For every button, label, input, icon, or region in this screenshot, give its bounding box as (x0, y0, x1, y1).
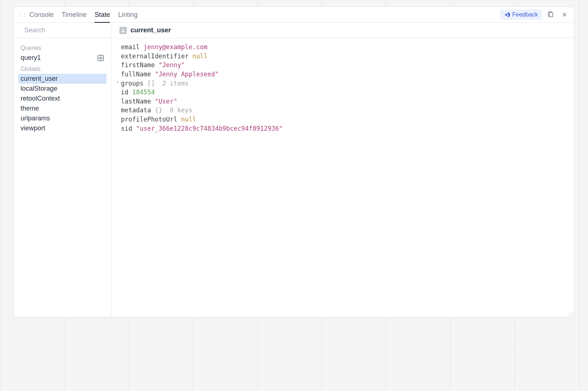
sidebar-item-label: viewport (21, 124, 45, 132)
feedback-button[interactable]: Feedback (500, 10, 542, 20)
tab-linting[interactable]: Linting (118, 7, 137, 22)
search-row (14, 23, 111, 38)
tab-state[interactable]: State (94, 7, 110, 22)
sidebar-item-theme[interactable]: theme (18, 104, 107, 113)
property-row[interactable]: id 184554 (121, 88, 564, 97)
property-row[interactable]: fullName "Jenny Appleseed" (121, 70, 564, 79)
sidebar-item-urlparams[interactable]: urlparams (18, 113, 107, 123)
sidebar-item-current_user[interactable]: current_user (18, 74, 107, 84)
feedback-label: Feedback (512, 11, 538, 18)
search-input[interactable] (24, 26, 110, 34)
sidebar-section-label: Globals (21, 66, 104, 72)
property-row[interactable]: sid "user_366e1228c9c74834b9bcec94f89129… (121, 124, 564, 133)
sidebar-section-label: Queries (21, 45, 104, 51)
tab-console[interactable]: Console (29, 7, 54, 22)
property-row[interactable]: externalIdentifier null (121, 52, 564, 61)
user-icon (119, 27, 127, 34)
svg-point-3 (100, 57, 102, 59)
close-icon (561, 11, 568, 18)
panel-content: Queriesquery1Globalscurrent_userlocalSto… (14, 23, 574, 317)
resize-handle-icon[interactable] (568, 311, 573, 316)
svg-point-4 (122, 29, 124, 30)
drag-handle-icon[interactable]: ⋮⋮ (18, 12, 26, 18)
sidebar-item-label: urlparams (21, 115, 50, 122)
megaphone-icon (504, 12, 510, 18)
property-row[interactable]: metadata {} 0 keys (121, 106, 564, 115)
sidebar-item-localStorage[interactable]: localStorage (18, 84, 107, 94)
property-row[interactable]: ▸groups [] 2 items (121, 79, 564, 88)
sidebar-item-label: theme (21, 105, 39, 112)
svg-rect-0 (549, 12, 553, 17)
sidebar-item-label: retoolContext (21, 95, 60, 102)
sidebar-item-retoolContext[interactable]: retoolContext (18, 94, 107, 104)
property-list: email jenny@example.comexternalIdentifie… (111, 38, 574, 137)
sidebar-item-viewport[interactable]: viewport (18, 123, 107, 133)
close-button[interactable] (559, 9, 570, 21)
sidebar-item-label: localStorage (21, 85, 57, 93)
property-row[interactable]: profilePhotoUrl null (121, 115, 564, 124)
copy-button[interactable] (545, 9, 556, 21)
main-pane: current_user email jenny@example.comexte… (111, 23, 574, 317)
debug-panel: ⋮⋮ ConsoleTimelineStateLinting Feedback … (14, 7, 574, 317)
sidebar-list: Queriesquery1Globalscurrent_userlocalSto… (14, 38, 111, 137)
property-row[interactable]: lastName "User" (121, 97, 564, 106)
property-row[interactable]: firstName "Jenny" (121, 61, 564, 70)
inspect-icon[interactable] (97, 54, 104, 62)
clipboard-icon (547, 11, 554, 18)
sidebar-item-label: query1 (21, 54, 41, 62)
property-row[interactable]: email jenny@example.com (121, 43, 564, 52)
inspected-object-title: current_user (130, 26, 171, 34)
sidebar-item-label: current_user (21, 75, 58, 83)
tab-timeline[interactable]: Timeline (62, 7, 86, 22)
main-header: current_user (111, 23, 574, 38)
sidebar-item-query1[interactable]: query1 (18, 53, 107, 63)
sidebar: Queriesquery1Globalscurrent_userlocalSto… (14, 23, 111, 317)
toolbar: ⋮⋮ ConsoleTimelineStateLinting Feedback (14, 7, 574, 23)
tab-list: ConsoleTimelineStateLinting (29, 7, 137, 22)
